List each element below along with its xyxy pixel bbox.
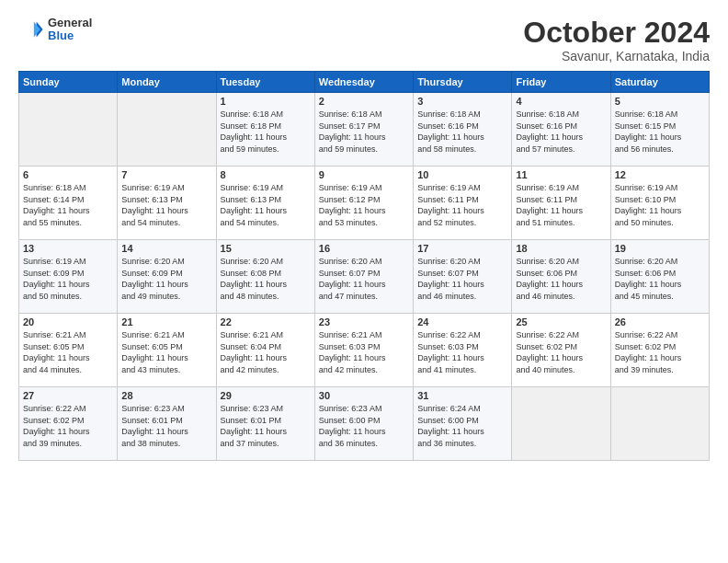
day-detail: Sunrise: 6:18 AM Sunset: 6:16 PM Dayligh…: [417, 109, 507, 155]
calendar-cell: [19, 93, 118, 167]
day-number: 15: [221, 243, 311, 254]
day-detail: Sunrise: 6:20 AM Sunset: 6:07 PM Dayligh…: [319, 256, 409, 302]
calendar-cell: 10Sunrise: 6:19 AM Sunset: 6:11 PM Dayli…: [414, 167, 512, 240]
calendar-table: Sunday Monday Tuesday Wednesday Thursday…: [18, 71, 710, 461]
day-detail: Sunrise: 6:18 AM Sunset: 6:15 PM Dayligh…: [615, 109, 705, 155]
day-detail: Sunrise: 6:23 AM Sunset: 6:01 PM Dayligh…: [121, 403, 211, 449]
calendar-cell: 11Sunrise: 6:19 AM Sunset: 6:11 PM Dayli…: [512, 167, 610, 240]
day-number: 16: [319, 243, 409, 254]
logo-icon: [18, 17, 44, 42]
day-detail: Sunrise: 6:20 AM Sunset: 6:06 PM Dayligh…: [516, 256, 606, 302]
day-number: 3: [417, 96, 507, 107]
header-wednesday: Wednesday: [314, 72, 413, 93]
calendar-cell: [512, 387, 610, 461]
calendar-cell: 8Sunrise: 6:19 AM Sunset: 6:13 PM Daylig…: [216, 167, 314, 240]
header-tuesday: Tuesday: [216, 72, 314, 93]
day-detail: Sunrise: 6:18 AM Sunset: 6:18 PM Dayligh…: [221, 109, 311, 155]
day-number: 19: [615, 243, 705, 254]
day-number: 28: [121, 390, 211, 401]
day-number: 24: [417, 316, 507, 327]
day-detail: Sunrise: 6:19 AM Sunset: 6:11 PM Dayligh…: [516, 182, 606, 228]
calendar-cell: 23Sunrise: 6:21 AM Sunset: 6:03 PM Dayli…: [314, 314, 413, 387]
header: General Blue October 2024 Savanur, Karna…: [18, 17, 710, 63]
day-detail: Sunrise: 6:23 AM Sunset: 6:00 PM Dayligh…: [319, 403, 409, 449]
day-number: 8: [221, 169, 311, 180]
calendar-week-4: 20Sunrise: 6:21 AM Sunset: 6:05 PM Dayli…: [19, 314, 710, 387]
location: Savanur, Karnataka, India: [523, 49, 710, 63]
day-detail: Sunrise: 6:21 AM Sunset: 6:05 PM Dayligh…: [121, 329, 211, 375]
day-detail: Sunrise: 6:21 AM Sunset: 6:05 PM Dayligh…: [23, 329, 113, 375]
calendar-cell: 6Sunrise: 6:18 AM Sunset: 6:14 PM Daylig…: [19, 167, 118, 240]
calendar-cell: 25Sunrise: 6:22 AM Sunset: 6:02 PM Dayli…: [512, 314, 610, 387]
calendar-cell: 2Sunrise: 6:18 AM Sunset: 6:17 PM Daylig…: [314, 93, 413, 167]
day-number: 12: [615, 169, 705, 180]
day-detail: Sunrise: 6:22 AM Sunset: 6:02 PM Dayligh…: [516, 329, 606, 375]
calendar-week-2: 6Sunrise: 6:18 AM Sunset: 6:14 PM Daylig…: [19, 167, 710, 240]
day-number: 9: [319, 169, 409, 180]
logo-blue: Blue: [48, 29, 92, 42]
logo-general: General: [48, 17, 92, 29]
calendar-cell: 7Sunrise: 6:19 AM Sunset: 6:13 PM Daylig…: [118, 167, 216, 240]
calendar-cell: 22Sunrise: 6:21 AM Sunset: 6:04 PM Dayli…: [216, 314, 314, 387]
day-number: 23: [319, 316, 409, 327]
day-detail: Sunrise: 6:20 AM Sunset: 6:07 PM Dayligh…: [417, 256, 507, 302]
calendar-header-row: Sunday Monday Tuesday Wednesday Thursday…: [19, 72, 710, 93]
day-number: 18: [516, 243, 606, 254]
logo-text: General Blue: [48, 17, 92, 43]
day-number: 25: [516, 316, 606, 327]
day-detail: Sunrise: 6:19 AM Sunset: 6:13 PM Dayligh…: [221, 182, 311, 228]
calendar-cell: 15Sunrise: 6:20 AM Sunset: 6:08 PM Dayli…: [216, 240, 314, 314]
day-detail: Sunrise: 6:19 AM Sunset: 6:12 PM Dayligh…: [319, 182, 409, 228]
day-number: 2: [319, 96, 409, 107]
calendar-week-3: 13Sunrise: 6:19 AM Sunset: 6:09 PM Dayli…: [19, 240, 710, 314]
calendar-cell: 20Sunrise: 6:21 AM Sunset: 6:05 PM Dayli…: [19, 314, 118, 387]
day-number: 22: [221, 316, 311, 327]
day-detail: Sunrise: 6:23 AM Sunset: 6:01 PM Dayligh…: [221, 403, 311, 449]
calendar-cell: 24Sunrise: 6:22 AM Sunset: 6:03 PM Dayli…: [414, 314, 512, 387]
calendar-week-5: 27Sunrise: 6:22 AM Sunset: 6:02 PM Dayli…: [19, 387, 710, 461]
calendar-cell: 31Sunrise: 6:24 AM Sunset: 6:00 PM Dayli…: [414, 387, 512, 461]
calendar-cell: 19Sunrise: 6:20 AM Sunset: 6:06 PM Dayli…: [610, 240, 709, 314]
title-block: October 2024 Savanur, Karnataka, India: [523, 17, 710, 63]
calendar-cell: 3Sunrise: 6:18 AM Sunset: 6:16 PM Daylig…: [414, 93, 512, 167]
day-detail: Sunrise: 6:21 AM Sunset: 6:03 PM Dayligh…: [319, 329, 409, 375]
calendar-cell: 21Sunrise: 6:21 AM Sunset: 6:05 PM Dayli…: [118, 314, 216, 387]
day-number: 26: [615, 316, 705, 327]
day-detail: Sunrise: 6:24 AM Sunset: 6:00 PM Dayligh…: [417, 403, 507, 449]
logo: General Blue: [18, 17, 92, 43]
day-detail: Sunrise: 6:18 AM Sunset: 6:17 PM Dayligh…: [319, 109, 409, 155]
day-detail: Sunrise: 6:19 AM Sunset: 6:11 PM Dayligh…: [417, 182, 507, 228]
calendar-cell: 17Sunrise: 6:20 AM Sunset: 6:07 PM Dayli…: [414, 240, 512, 314]
day-number: 14: [121, 243, 211, 254]
day-detail: Sunrise: 6:18 AM Sunset: 6:16 PM Dayligh…: [516, 109, 606, 155]
calendar-week-1: 1Sunrise: 6:18 AM Sunset: 6:18 PM Daylig…: [19, 93, 710, 167]
day-number: 27: [23, 390, 113, 401]
calendar-cell: 12Sunrise: 6:19 AM Sunset: 6:10 PM Dayli…: [610, 167, 709, 240]
month-title: October 2024: [523, 17, 710, 49]
day-detail: Sunrise: 6:22 AM Sunset: 6:02 PM Dayligh…: [615, 329, 705, 375]
day-number: 4: [516, 96, 606, 107]
calendar-cell: 28Sunrise: 6:23 AM Sunset: 6:01 PM Dayli…: [118, 387, 216, 461]
calendar-cell: 9Sunrise: 6:19 AM Sunset: 6:12 PM Daylig…: [314, 167, 413, 240]
day-number: 5: [615, 96, 705, 107]
header-friday: Friday: [512, 72, 610, 93]
calendar-cell: 16Sunrise: 6:20 AM Sunset: 6:07 PM Dayli…: [314, 240, 413, 314]
day-number: 7: [121, 169, 211, 180]
day-number: 1: [221, 96, 311, 107]
day-number: 6: [23, 169, 113, 180]
day-detail: Sunrise: 6:20 AM Sunset: 6:06 PM Dayligh…: [615, 256, 705, 302]
calendar-cell: 27Sunrise: 6:22 AM Sunset: 6:02 PM Dayli…: [19, 387, 118, 461]
calendar-cell: 30Sunrise: 6:23 AM Sunset: 6:00 PM Dayli…: [314, 387, 413, 461]
day-detail: Sunrise: 6:22 AM Sunset: 6:03 PM Dayligh…: [417, 329, 507, 375]
day-number: 30: [319, 390, 409, 401]
day-number: 13: [23, 243, 113, 254]
day-number: 29: [221, 390, 311, 401]
header-monday: Monday: [118, 72, 216, 93]
calendar-cell: [610, 387, 709, 461]
day-detail: Sunrise: 6:19 AM Sunset: 6:09 PM Dayligh…: [23, 256, 113, 302]
day-number: 17: [417, 243, 507, 254]
day-number: 10: [417, 169, 507, 180]
page: General Blue October 2024 Savanur, Karna…: [0, 0, 728, 563]
day-number: 31: [417, 390, 507, 401]
calendar-cell: 18Sunrise: 6:20 AM Sunset: 6:06 PM Dayli…: [512, 240, 610, 314]
